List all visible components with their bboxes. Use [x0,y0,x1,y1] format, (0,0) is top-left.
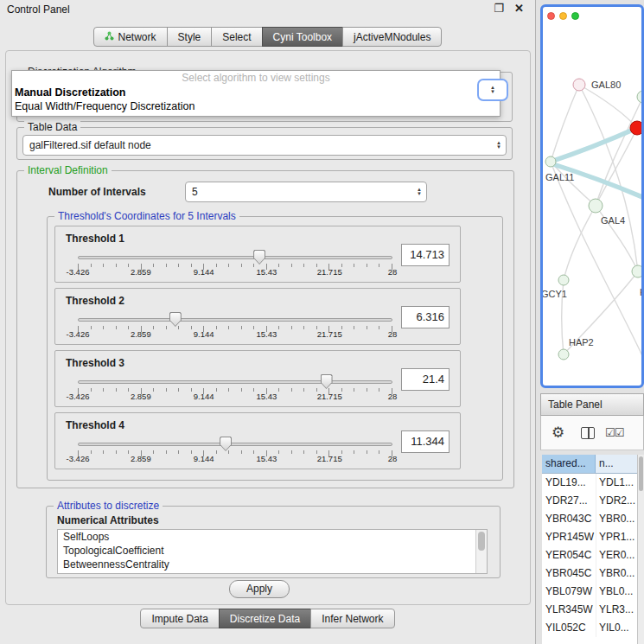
network-node[interactable] [558,349,569,360]
slider-thumb[interactable] [321,374,333,389]
algorithm-option-manual-discretization[interactable]: Manual Discretization [12,86,500,99]
network-node[interactable] [573,79,585,91]
scrollbar-thumb[interactable] [639,456,643,491]
node-label: HAP2 [569,337,594,348]
tab-discretize-data[interactable]: Discretize Data [219,609,311,628]
cell-name: YPR1... [596,528,637,546]
scale-label: 2.859 [131,392,151,401]
tab-network[interactable]: Network [93,27,168,47]
tab-infer-network[interactable]: Infer Network [310,609,394,628]
scale-label: 21.715 [317,329,342,339]
cell-shared-name: YBR045C [542,564,596,583]
slider-thumb[interactable] [253,250,265,265]
table-row[interactable]: YIL052CYIL0... [542,619,637,637]
network-edge[interactable] [551,128,637,162]
scale-label: 28 [388,267,398,277]
network-edge[interactable] [551,85,579,162]
threshold-value: 11.344 [401,430,450,453]
network-canvas[interactable]: GAL80GAL11GAL4GCY1HHAP2 [543,22,641,388]
column-header-shared-name[interactable]: shared... [542,455,596,473]
slider-track [78,380,392,384]
network-node[interactable] [545,156,556,167]
scale-label: 21.715 [317,267,342,277]
scale-label: 2.859 [131,267,151,277]
tab-select[interactable]: Select [211,27,262,47]
slider-track [78,443,392,446]
tab-label: Impute Data [151,613,207,625]
cell-name: YDL1... [596,474,637,492]
tab-impute-data[interactable]: Impute Data [140,609,219,628]
table-data-combobox[interactable]: galFiltered.sif default node ▲▼ [22,135,507,156]
slider-thumb[interactable] [220,437,232,451]
close-window-icon[interactable]: ✕ [514,2,524,15]
algorithm-combo-fragment[interactable]: ▲▼ [477,79,508,101]
table-panel-header[interactable]: Table Panel [540,393,644,416]
threshold-3-panel: Threshold 3-3.4262.8599.14415.4321.71528… [54,350,461,407]
table-row[interactable]: YBR045CYBR0... [542,564,637,583]
gear-icon[interactable]: ⚙ [552,424,564,442]
attribute-item-selfloops[interactable]: SelfLoops [58,530,487,544]
network-edge[interactable] [564,206,596,280]
network-node[interactable] [637,91,641,103]
table-row[interactable]: YBL079WYBL0... [542,583,637,601]
slider-thumb[interactable] [169,312,182,327]
attribute-item-topologicalcoefficient[interactable]: TopologicalCoefficient [58,544,487,558]
table-row[interactable]: YER054CYER0... [542,546,637,564]
tab-style[interactable]: Style [167,27,213,47]
algorithm-option-equal-width-frequency-discretization[interactable]: Equal Width/Frequency Discretization [12,99,500,113]
node-label: GAL80 [591,80,621,90]
cell-shared-name: YDL19... [542,474,596,492]
network-node[interactable] [589,199,603,213]
scale-label: 28 [388,329,398,339]
table-row[interactable]: YPR145WYPR1... [542,528,637,546]
column-header-name[interactable]: n... [596,455,637,473]
threshold-3-slider[interactable] [78,373,392,389]
network-edge[interactable] [579,85,637,128]
table-row[interactable]: YBR043CYBR0... [542,510,637,528]
algorithm-dropdown-popup: Select algorithm to view settings Manual… [11,70,501,117]
network-node[interactable] [558,275,569,285]
apply-button[interactable]: Apply [229,580,290,598]
node-label: GAL11 [545,172,574,182]
table-row[interactable]: YLR345WYLR3... [542,601,637,619]
tab-label: Infer Network [322,613,383,625]
number-of-intervals-combobox[interactable]: 5 ▲▼ [185,182,427,202]
close-traffic-light-icon[interactable] [547,12,555,20]
numerical-attributes-list[interactable]: SelfLoopsTopologicalCoefficientBetweenne… [57,529,488,574]
network-node[interactable] [632,265,641,277]
attribute-item-betweennesscentrality[interactable]: BetweennessCentrality [58,558,487,571]
scale-label: 9.144 [194,454,214,463]
threshold-1-panel: Threshold 1-3.4262.8599.14415.4321.71528… [54,226,461,283]
node-label: H [640,287,641,297]
scale-label: 9.144 [194,392,214,401]
network-view-window[interactable]: GAL80GAL11GAL4GCY1HHAP2 [540,4,644,388]
threshold-value: 21.4 [401,368,450,391]
threshold-1-slider[interactable] [78,249,392,265]
minimize-traffic-light-icon[interactable] [559,12,567,20]
scale-label: -3.426 [67,267,90,277]
tab-label: jActiveMNodules [354,31,430,43]
attributes-group-title: Attributes to discretize [54,500,163,512]
scale-label: 21.715 [317,454,342,463]
network-node-selected[interactable] [630,121,641,135]
table-toolbar: ⚙ ☑☑ [540,416,644,450]
scrollbar-thumb[interactable] [478,532,485,551]
zoom-traffic-light-icon[interactable] [571,12,579,20]
threshold-4-slider[interactable] [78,436,392,451]
float-window-icon[interactable]: ❐ [494,2,504,15]
cell-shared-name: YPR145W [542,528,596,546]
list-scrollbar[interactable] [475,530,487,573]
tab-cyni-toolbox[interactable]: Cyni Toolbox [262,27,343,47]
tab-jactivemnodules[interactable]: jActiveMNodules [342,27,442,47]
number-of-intervals-value: 5 [186,186,412,198]
show-columns-icon[interactable] [581,427,595,439]
threshold-2-slider[interactable] [78,311,392,327]
scale-label: -3.426 [67,392,90,401]
select-columns-icon[interactable]: ☑☑ [605,426,623,439]
tab-label: Select [222,31,251,43]
table-row[interactable]: YDL19...YDL1... [542,474,637,492]
table-scrollbar[interactable] [637,455,644,644]
slider-scale: -3.4262.8599.14415.4321.71528 [78,329,392,340]
cell-name: YLR3... [596,601,637,619]
table-row[interactable]: YDR27...YDR2... [542,492,637,510]
